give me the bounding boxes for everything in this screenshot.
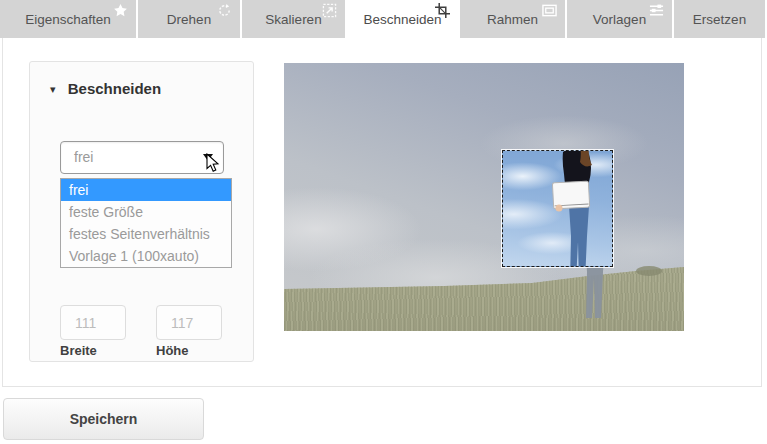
tab-label: Rahmen [487,12,538,27]
modus-selected-value: frei [74,149,93,165]
tab-drehen[interactable]: Drehen [138,0,240,38]
modus-dropdown-list: frei feste Größe festes Seitenverhältnis… [60,178,232,268]
tab-ersetzen[interactable]: Ersetzen [674,0,765,38]
dropdown-option-festes-seitenverhaeltnis[interactable]: festes Seitenverhältnis [61,223,231,245]
templates-icon [649,3,664,18]
photo-canvas[interactable] [284,63,684,331]
hoehe-input[interactable] [156,305,222,340]
person-figure [549,150,601,267]
tab-rahmen[interactable]: Rahmen [460,0,565,38]
tab-label: Drehen [167,12,211,27]
dropdown-option-frei[interactable]: frei [61,179,231,201]
tab-label: Vorlagen [593,12,646,27]
dropdown-option-feste-groesse[interactable]: feste Größe [61,201,231,223]
modus-select[interactable]: frei [60,141,224,174]
star-icon [113,3,128,18]
chevron-down-icon [203,154,213,161]
tab-vorlagen[interactable]: Vorlagen [567,0,672,38]
horizon-bush [636,266,662,276]
rotate-icon [217,3,232,18]
tab-label: Ersetzen [693,12,746,27]
dropdown-option-vorlage-1[interactable]: Vorlage 1 (100xauto) [61,245,231,267]
breite-input[interactable] [60,305,126,340]
tab-bar: Eigenschaften Drehen Skalieren Beschneid… [0,0,767,38]
collapse-icon: ▾ [50,83,56,95]
frame-icon [542,3,557,18]
tab-label: Eigenschaften [25,12,111,27]
scale-icon [322,3,337,18]
save-button[interactable]: Speichern [3,398,204,440]
crop-selection[interactable] [502,150,613,267]
tab-label: Skalieren [265,12,321,27]
hoehe-label: Höhe [156,343,189,358]
tab-eigenschaften[interactable]: Eigenschaften [0,0,136,38]
tab-label: Beschneiden [363,12,441,27]
crop-icon [435,3,450,18]
crop-tool-panel: ▾ Beschneiden Modus frei frei feste Größ… [29,61,254,362]
panel-title: Beschneiden [68,80,161,97]
panel-header[interactable]: ▾ Beschneiden [50,80,161,97]
tab-skalieren[interactable]: Skalieren [242,0,345,38]
breite-label: Breite [60,343,97,358]
tab-beschneiden[interactable]: Beschneiden [347,0,458,38]
